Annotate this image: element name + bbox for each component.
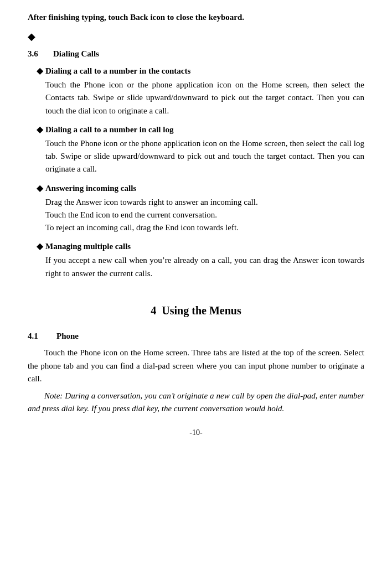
bullet-contacts-title: Dialing a call to a number in the contac… <box>45 65 190 77</box>
bullet-contacts: ◆ Dialing a call to a number in the cont… <box>28 64 364 117</box>
diamond-icon-contacts: ◆ <box>37 64 43 77</box>
bullet-calllog: ◆ Dialing a call to a number in call log… <box>28 123 364 176</box>
diamond-icon-multiple: ◆ <box>37 240 43 253</box>
bullet-incoming-line1: Drag the Answer icon towards right to an… <box>45 196 364 209</box>
bullet-multiple-title: Managing multiple calls <box>45 240 131 253</box>
section-3-6-heading: 3.6 Dialing Calls <box>28 48 364 60</box>
bullet-multiple-body: If you accept a new call when you’re alr… <box>45 254 364 280</box>
chapter-4-title: Using the Menus <box>162 304 241 317</box>
diamond-icon-calllog: ◆ <box>37 123 43 136</box>
diamond-icon-intro: ◆ <box>28 31 35 42</box>
section-3-6-num: 3.6 <box>28 48 44 60</box>
intro-bold-text: After finishing typing, touch Back icon … <box>28 11 364 24</box>
section-3-6-title: Dialing Calls <box>53 48 99 60</box>
page-number: -10- <box>28 427 364 438</box>
bullet-calllog-title: Dialing a call to a number in call log <box>45 123 173 136</box>
section-4-1-num: 4.1 <box>28 330 48 343</box>
section-4-1-paragraph1: Touch the Phone icon on the Home screen.… <box>28 346 364 385</box>
bullet-multiple: ◆ Managing multiple calls If you accept … <box>28 240 364 280</box>
bullet-incoming-title: Answering incoming calls <box>45 182 136 195</box>
bullet-incoming: ◆ Answering incoming calls Drag the Answ… <box>28 182 364 235</box>
bullet-incoming-line2: Touch the End icon to end the current co… <box>45 209 364 221</box>
chapter-4-num: 4 <box>151 304 156 317</box>
bullet-calllog-body: Touch the Phone icon or the phone applic… <box>45 137 364 176</box>
bullet-contacts-body: Touch the Phone icon or the phone applic… <box>45 79 364 117</box>
section-4-1-paragraph2: Note: During a conversation, you can’t o… <box>28 390 364 416</box>
diamond-icon-incoming: ◆ <box>37 182 43 195</box>
section-4-1-heading: 4.1 Phone <box>28 330 364 343</box>
bullet-incoming-line3: To reject an incoming call, drag the End… <box>45 221 364 234</box>
section-4-1-title: Phone <box>56 330 79 343</box>
chapter-4-heading: 4 Using the Menus <box>28 302 364 319</box>
